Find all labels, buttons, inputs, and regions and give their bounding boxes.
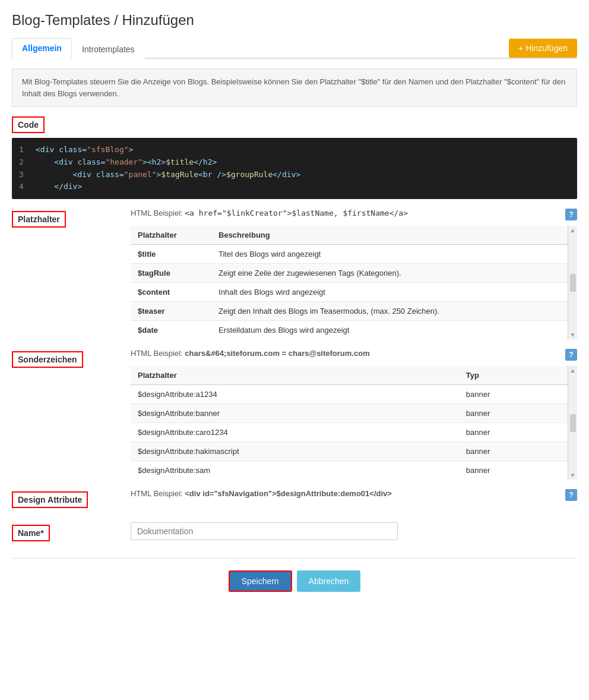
platzhalter-cell-placeholder: $date [131,321,211,340]
platzhalter-table: Platzhalter Beschreibung $title Titel de… [131,226,568,339]
platzhalter-content: HTML Beispiel: <a href="$linkCreator">$l… [131,209,577,339]
info-box: Mit Blog-Templates steuern Sie die Anzei… [12,68,577,107]
sonderzeichen-cell-placeholder: $designAttribute:sam [131,461,459,480]
sonderzeichen-html-example: HTML Beispiel: chars&#64;siteforum.com =… [131,349,370,358]
code-line-4: 4 </div> [19,181,570,193]
platzhalter-cell-placeholder: $teaser [131,302,211,321]
code-section: Code 1 <div class="sfsBlog"> 2 <div clas… [12,116,577,199]
table-row: $designAttribute:hakimascript banner [131,442,568,461]
sonderzeichen-cell-type: banner [459,423,568,442]
platzhalter-inner-table: Platzhalter Beschreibung $title Titel de… [131,226,568,339]
sonderzeichen-col-header-1: Platzhalter [131,366,459,385]
code-line-1: 1 <div class="sfsBlog"> [19,144,570,156]
tabs-area: Allgemein Introtemplates + Hinzufügen [12,38,577,59]
sonderzeichen-label-col: Sonderzeichen [12,349,131,480]
sonderzeichen-section: Sonderzeichen HTML Beispiel: chars&#64;s… [12,349,577,480]
table-row: $designAttribute:caro1234 banner [131,423,568,442]
sonderzeichen-table: Platzhalter Typ $designAttribute:a1234 b… [131,366,568,480]
sonderzeichen-cell-type: banner [459,404,568,423]
tabs-left: Allgemein Introtemplates [12,38,145,58]
sonderzeichen-cell-type: banner [459,385,568,404]
design-attribute-html-example: HTML Beispiel: <div id="sfsNavigation">$… [131,489,392,498]
platzhalter-col-header-1: Platzhalter [131,226,211,245]
name-label: Name* [12,525,50,541]
sonderzeichen-help-icon[interactable]: ? [565,349,577,361]
buttons-row: Speichern Abbrechen [12,558,577,592]
platzhalter-html-example: HTML Beispiel: <a href="$linkCreator">$l… [131,209,408,217]
platzhalter-label: Platzhalter [12,211,66,228]
platzhalter-label-col: Platzhalter [12,209,131,339]
sonderzeichen-cell-placeholder: $designAttribute:a1234 [131,385,459,404]
sonderzeichen-table-wrap: Platzhalter Typ $designAttribute:a1234 b… [131,366,577,480]
scroll-thumb [570,274,576,292]
sonderzeichen-cell-placeholder: $designAttribute:caro1234 [131,423,459,442]
table-row: $teaser Zeigt den Inhalt des Blogs im Te… [131,302,568,321]
code-label: Code [12,116,45,133]
table-row: $designAttribute:a1234 banner [131,385,568,404]
sonderzeichen-content: HTML Beispiel: chars&#64;siteforum.com =… [131,349,577,480]
tab-introtemplates[interactable]: Introtemplates [72,39,145,59]
sonderzeichen-cell-placeholder: $designAttribute:hakimascript [131,442,459,461]
add-button[interactable]: + Hinzufügen [509,39,577,58]
platzhalter-cell-description: Zeigt eine Zeile der zugewiesenen Tags (… [211,264,568,283]
code-editor[interactable]: 1 <div class="sfsBlog"> 2 <div class="he… [12,138,577,199]
design-attribute-label: Design Attribute [12,491,88,508]
name-input[interactable] [131,522,398,540]
sonderzeichen-cell-type: banner [459,461,568,480]
platzhalter-col-header-2: Beschreibung [211,226,568,245]
scroll-up-arrow[interactable]: ▲ [570,227,576,234]
sonderzeichen-col-header-2: Typ [459,366,568,385]
platzhalter-cell-description: Inhalt des Blogs wird angezeigt [211,283,568,302]
sonderzeichen-cell-type: banner [459,442,568,461]
code-line-2: 2 <div class="header"><h2>$title</h2> [19,156,570,169]
platzhalter-table-wrap: Platzhalter Beschreibung $title Titel de… [131,226,577,339]
table-row: $designAttribute:banner banner [131,404,568,423]
name-label-col: Name* [12,522,131,546]
platzhalter-cell-placeholder: $content [131,283,211,302]
sonderzeichen-inner-table: Platzhalter Typ $designAttribute:a1234 b… [131,366,568,480]
table-row: $designAttribute:sam banner [131,461,568,480]
sonderzeichen-scroll-down[interactable]: ▼ [570,472,576,478]
sonderzeichen-scroll-up[interactable]: ▲ [570,367,576,374]
platzhalter-cell-placeholder: $tagRule [131,264,211,283]
platzhalter-cell-description: Zeigt den Inhalt des Blogs im Teasermodu… [211,302,568,321]
cancel-button[interactable]: Abbrechen [297,570,361,592]
sonderzeichen-example-row: HTML Beispiel: chars&#64;siteforum.com =… [131,349,577,362]
platzhalter-scrollbar[interactable]: ▲ ▼ [568,226,577,339]
sonderzeichen-cell-placeholder: $designAttribute:banner [131,404,459,423]
page-title: Blog-Templates / Hinzufügen [12,12,577,29]
tab-allgemein[interactable]: Allgemein [12,38,72,59]
platzhalter-example-row: HTML Beispiel: <a href="$linkCreator">$l… [131,209,577,222]
sonderzeichen-scroll-thumb [570,414,576,432]
platzhalter-cell-description: Titel des Blogs wird angezeigt [211,245,568,264]
name-content [131,522,577,546]
design-attribute-section: Design Attribute HTML Beispiel: <div id=… [12,489,577,513]
platzhalter-cell-placeholder: $title [131,245,211,264]
name-section: Name* [12,522,577,546]
design-attribute-example-row: HTML Beispiel: <div id="sfsNavigation">$… [131,489,577,503]
design-attribute-label-col: Design Attribute [12,489,131,513]
table-row: $content Inhalt des Blogs wird angezeigt [131,283,568,302]
platzhalter-section: Platzhalter HTML Beispiel: <a href="$lin… [12,209,577,339]
sonderzeichen-label: Sonderzeichen [12,351,83,368]
platzhalter-cell-description: Erstelldatum des Blogs wird angezeigt [211,321,568,340]
code-line-3: 3 <div class="panel">$tagRule<br />$grou… [19,169,570,181]
sonderzeichen-scrollbar[interactable]: ▲ ▼ [568,366,577,480]
platzhalter-help-icon[interactable]: ? [565,209,577,220]
table-row: $date Erstelldatum des Blogs wird angeze… [131,321,568,340]
table-row: $tagRule Zeigt eine Zeile der zugewiesen… [131,264,568,283]
design-attribute-content: HTML Beispiel: <div id="sfsNavigation">$… [131,489,577,513]
scroll-down-arrow[interactable]: ▼ [570,332,576,338]
save-button[interactable]: Speichern [229,570,292,592]
table-row: $title Titel des Blogs wird angezeigt [131,245,568,264]
design-attribute-help-icon[interactable]: ? [565,489,577,501]
